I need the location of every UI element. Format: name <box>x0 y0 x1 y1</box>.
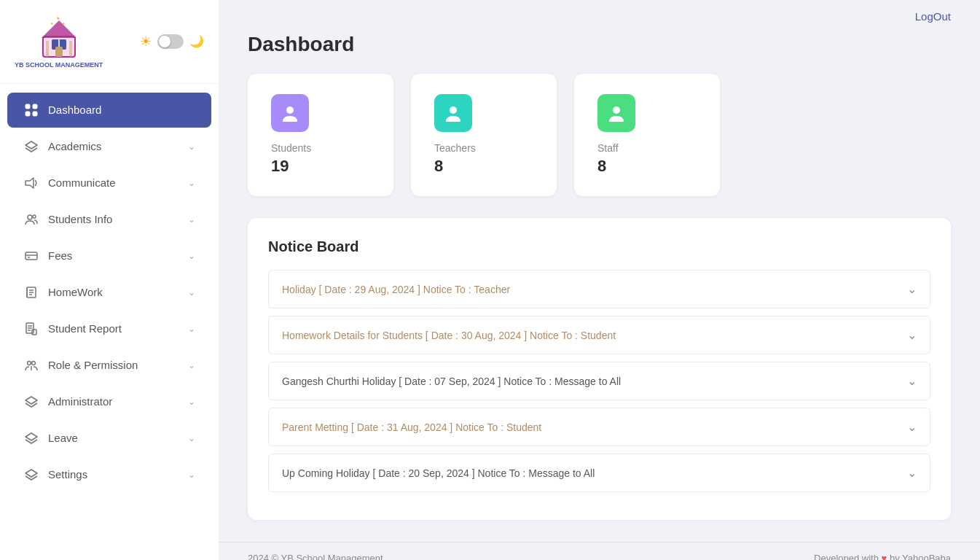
svg-rect-31 <box>32 330 36 335</box>
teachers-value: 8 <box>434 157 443 176</box>
theme-toggle: ☀ 🌙 <box>140 34 204 50</box>
svg-marker-37 <box>26 470 37 477</box>
svg-point-38 <box>286 106 294 114</box>
svg-text:★: ★ <box>62 21 66 26</box>
chevron-down-icon: ⌄ <box>188 178 195 188</box>
layers2-icon <box>23 394 39 410</box>
students-label: Students <box>271 142 311 154</box>
teachers-icon-bg <box>434 94 472 132</box>
notice-item-5[interactable]: Up Coming Holiday [ Date : 20 Sep, 2024 … <box>268 454 930 492</box>
notice-text-1: Holiday [ Date : 29 Aug, 2024 ] Notice T… <box>282 284 510 295</box>
sidebar-item-academics[interactable]: Academics ⌄ <box>7 129 211 164</box>
svg-text:★: ★ <box>56 16 60 20</box>
svg-text:★: ★ <box>50 21 54 26</box>
svg-point-33 <box>32 361 36 365</box>
students-icon-bg <box>271 94 309 132</box>
svg-point-40 <box>613 106 620 114</box>
student-person-icon <box>280 103 300 123</box>
svg-rect-10 <box>69 41 72 57</box>
layers-icon <box>23 139 39 155</box>
notice-item-2[interactable]: Homework Details for Students [ Date : 3… <box>268 316 930 354</box>
stat-card-teachers: Teachers 8 <box>411 74 557 196</box>
staff-value: 8 <box>597 157 606 176</box>
svg-point-32 <box>28 361 31 365</box>
book-icon <box>23 284 39 300</box>
chevron-down-icon: ⌄ <box>188 360 195 370</box>
svg-rect-14 <box>33 112 37 116</box>
sidebar-header: ★ ★ ★ YB SCHOOL MANAGEMENT ☀ 🌙 <box>0 0 219 84</box>
notice-item-4[interactable]: Parent Metting [ Date : 31 Aug, 2024 ] N… <box>268 408 930 446</box>
chevron-down-icon: ⌄ <box>907 328 917 342</box>
svg-rect-9 <box>46 41 49 57</box>
chevron-down-icon: ⌄ <box>907 466 917 480</box>
sidebar-item-leave[interactable]: Leave ⌄ <box>7 421 211 456</box>
chevron-down-icon: ⌄ <box>907 374 917 388</box>
layers4-icon <box>23 467 39 483</box>
stat-card-students: Students 19 <box>248 74 393 196</box>
chevron-down-icon: ⌄ <box>907 420 917 434</box>
grid-icon <box>23 102 39 118</box>
sidebar-item-label-dashboard: Dashboard <box>48 104 195 116</box>
sidebar-item-label-communicate: Communicate <box>48 176 179 189</box>
logout-button[interactable]: LogOut <box>915 10 951 23</box>
sidebar-item-label-student-report: Student Report <box>48 322 179 335</box>
sidebar-item-role-permission[interactable]: Role & Permission ⌄ <box>7 348 211 383</box>
svg-rect-8 <box>55 47 63 57</box>
sidebar-item-label-settings: Settings <box>48 468 179 481</box>
footer: 2024 © YB School Management Developed wi… <box>219 542 980 560</box>
sidebar-item-students-info[interactable]: Students Info ⌄ <box>7 202 211 237</box>
svg-rect-13 <box>26 112 30 116</box>
moon-icon: 🌙 <box>189 34 204 48</box>
layers3-icon <box>23 430 39 446</box>
notice-text-3: Gangesh Churthi Holiday [ Date : 07 Sep,… <box>282 376 621 387</box>
chevron-down-icon: ⌄ <box>188 214 195 225</box>
content-area: Dashboard Students 19 <box>219 33 980 542</box>
chevron-down-icon: ⌄ <box>188 251 195 261</box>
logo-container: ★ ★ ★ YB SCHOOL MANAGEMENT <box>15 13 103 70</box>
teachers-label: Teachers <box>434 142 476 154</box>
app-name: YB SCHOOL MANAGEMENT <box>15 61 103 70</box>
sidebar-item-student-report[interactable]: Student Report ⌄ <box>7 311 211 346</box>
sidebar-item-dashboard[interactable]: Dashboard <box>7 93 211 128</box>
sidebar-item-label-leave: Leave <box>48 432 179 444</box>
chevron-down-icon: ⌄ <box>188 397 195 407</box>
users-icon <box>23 211 39 228</box>
sun-icon: ☀ <box>140 34 152 50</box>
volume-icon <box>23 175 39 191</box>
theme-toggle-switch[interactable] <box>157 34 184 49</box>
notice-item-3[interactable]: Gangesh Churthi Holiday [ Date : 07 Sep,… <box>268 362 930 400</box>
svg-marker-2 <box>42 20 77 38</box>
staff-label: Staff <box>597 142 619 154</box>
notice-item-1[interactable]: Holiday [ Date : 29 Aug, 2024 ] Notice T… <box>268 270 930 308</box>
footer-credit: Developed with ♥ by YahooBaba <box>814 553 951 560</box>
staff-person-icon <box>606 103 627 123</box>
notice-text-4: Parent Metting [ Date : 31 Aug, 2024 ] N… <box>282 421 541 433</box>
stat-card-staff: Staff 8 <box>574 74 720 196</box>
svg-rect-19 <box>26 252 37 260</box>
sidebar-item-homework[interactable]: HomeWork ⌄ <box>7 275 211 310</box>
role-icon <box>23 357 39 373</box>
stats-row: Students 19 Teachers 8 <box>248 74 951 196</box>
footer-copyright: 2024 © YB School Management <box>248 553 383 560</box>
sidebar-item-administrator[interactable]: Administrator ⌄ <box>7 384 211 419</box>
nav-menu: Dashboard Academics ⌄ Communicate ⌄ <box>0 84 219 560</box>
chevron-down-icon: ⌄ <box>907 282 917 296</box>
sidebar-item-settings[interactable]: Settings ⌄ <box>7 457 211 492</box>
sidebar-item-label-administrator: Administrator <box>48 395 179 408</box>
page-title: Dashboard <box>248 33 951 56</box>
main-area: LogOut Dashboard Students 19 <box>219 0 980 560</box>
notice-text-2: Homework Details for Students [ Date : 3… <box>282 330 616 341</box>
svg-marker-35 <box>26 397 37 404</box>
chevron-down-icon: ⌄ <box>188 433 195 443</box>
heart-icon: ♥ <box>882 553 890 560</box>
app-logo: ★ ★ ★ <box>36 13 82 60</box>
sidebar-item-communicate[interactable]: Communicate ⌄ <box>7 166 211 201</box>
svg-point-18 <box>33 215 36 218</box>
report-icon <box>23 321 39 337</box>
sidebar: ★ ★ ★ YB SCHOOL MANAGEMENT ☀ 🌙 <box>0 0 219 560</box>
sidebar-item-label-students-info: Students Info <box>48 213 179 225</box>
sidebar-item-label-homework: HomeWork <box>48 286 179 298</box>
notice-board: Notice Board Holiday [ Date : 29 Aug, 20… <box>248 218 951 520</box>
sidebar-item-fees[interactable]: Fees ⌄ <box>7 238 211 273</box>
students-value: 19 <box>271 157 289 176</box>
